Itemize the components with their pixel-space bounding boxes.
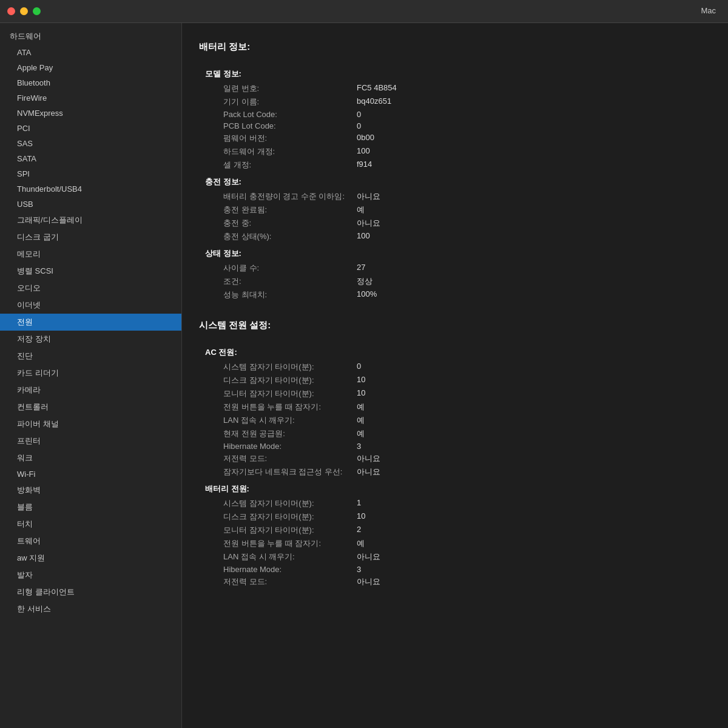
- sidebar-item[interactable]: 발자: [0, 567, 181, 584]
- info-label: 셀 개정:: [199, 160, 357, 170]
- info-value: f914: [357, 160, 711, 170]
- info-label: 성능 최대치:: [199, 289, 357, 300]
- sidebar-item[interactable]: 파이버 채널: [0, 416, 181, 433]
- table-row: LAN 접속 시 깨우기:아니요: [199, 550, 711, 564]
- sidebar-item[interactable]: 카드 리더기: [0, 365, 181, 382]
- info-value: 예: [357, 428, 711, 439]
- sidebar-item[interactable]: Wi-Fi: [0, 467, 181, 482]
- table-row: 디스크 잠자기 타이머(분):10: [199, 510, 711, 524]
- sidebar-item[interactable]: 한 서비스: [0, 601, 181, 618]
- info-value: 100: [357, 146, 711, 157]
- info-label: Hibernate Mode:: [199, 565, 357, 574]
- table-row: 기기 이름:bq40z651: [199, 95, 711, 109]
- sidebar-item[interactable]: 프린터: [0, 433, 181, 450]
- info-value: 0: [357, 110, 711, 119]
- table-row: 충전 상태(%):100: [199, 230, 711, 243]
- info-value: 3: [357, 565, 711, 574]
- sidebar-item[interactable]: Thunderbolt/USB4: [0, 181, 181, 197]
- info-label: 디스크 잠자기 타이머(분):: [199, 375, 357, 386]
- sidebar-item[interactable]: 방화벽: [0, 482, 181, 499]
- table-row: 저전력 모드:아니요: [199, 452, 711, 465]
- sidebar-item[interactable]: 디스크 굽기: [0, 229, 181, 246]
- info-value: 아니요: [357, 576, 711, 587]
- info-value: 10: [357, 511, 711, 522]
- close-button[interactable]: [7, 7, 15, 15]
- sidebar-item[interactable]: 컨트롤러: [0, 399, 181, 416]
- table-row: 시스템 잠자기 타이머(분):1: [199, 497, 711, 510]
- info-label: 저전력 모드:: [199, 453, 357, 464]
- info-label: 시스템 잠자기 타이머(분):: [199, 362, 357, 372]
- table-row: 펌웨어 버전:0b00: [199, 132, 711, 145]
- sidebar-item[interactable]: USB: [0, 197, 181, 212]
- sidebar-item[interactable]: 이더넷: [0, 297, 181, 314]
- sidebar-item[interactable]: 병렬 SCSI: [0, 263, 181, 280]
- info-label: 하드웨어 개정:: [199, 146, 357, 157]
- sidebar-item[interactable]: ATA: [0, 45, 181, 60]
- sidebar-item[interactable]: 오디오: [0, 280, 181, 297]
- info-label: PCB Lot Code:: [199, 121, 357, 130]
- sidebar-item[interactable]: SATA: [0, 151, 181, 166]
- status-info-header: 상태 정보:: [199, 248, 711, 259]
- table-row: 모니터 잠자기 타이머(분):2: [199, 524, 711, 537]
- sidebar-item[interactable]: 트웨어: [0, 533, 181, 550]
- sidebar-item[interactable]: Bluetooth: [0, 75, 181, 90]
- info-label: 기기 이름:: [199, 96, 357, 107]
- table-row: Pack Lot Code:0: [199, 109, 711, 120]
- info-label: 저전력 모드:: [199, 576, 357, 587]
- battery-power-header: 배터리 전원:: [199, 484, 711, 494]
- info-label: 조건:: [199, 276, 357, 287]
- table-row: 배터리 충전량이 경고 수준 이하임:아니요: [199, 190, 711, 203]
- battery-power-section: 배터리 전원: 시스템 잠자기 타이머(분):1디스크 잠자기 타이머(분):1…: [199, 484, 711, 588]
- info-label: 모니터 잠자기 타이머(분):: [199, 388, 357, 399]
- minimize-button[interactable]: [20, 7, 28, 15]
- table-row: Hibernate Mode:3: [199, 564, 711, 575]
- sidebar-item[interactable]: 진단: [0, 348, 181, 365]
- sidebar-item[interactable]: SPI: [0, 166, 181, 181]
- info-value: 0: [357, 362, 711, 372]
- sidebar-item[interactable]: Apple Pay: [0, 60, 181, 75]
- sidebar-item[interactable]: PCI: [0, 121, 181, 136]
- table-row: 셀 개정:f914: [199, 158, 711, 172]
- sidebar-item[interactable]: 메모리: [0, 246, 181, 263]
- info-label: 전원 버튼을 누를 때 잠자기:: [199, 538, 357, 549]
- sidebar-item[interactable]: 카메라: [0, 382, 181, 399]
- sidebar-item[interactable]: 블름: [0, 499, 181, 516]
- table-row: 일련 번호:FC5 4B854: [199, 82, 711, 95]
- info-value: 예: [357, 415, 711, 426]
- sidebar-item[interactable]: 터치: [0, 516, 181, 533]
- info-value: bq40z651: [357, 96, 711, 107]
- info-value: 아니요: [357, 467, 711, 477]
- info-label: 시스템 잠자기 타이머(분):: [199, 498, 357, 509]
- info-label: 충전 중:: [199, 218, 357, 229]
- info-value: 예: [357, 204, 711, 215]
- sidebar-item[interactable]: NVMExpress: [0, 106, 181, 121]
- maximize-button[interactable]: [33, 7, 41, 15]
- info-value: 아니요: [357, 453, 711, 464]
- table-row: 하드웨어 개정:100: [199, 145, 711, 158]
- sidebar-item[interactable]: aw 지원: [0, 550, 181, 567]
- main-layout: 하드웨어ATAApple PayBluetoothFireWireNVMExpr…: [0, 23, 728, 728]
- charge-info-header: 충전 정보:: [199, 177, 711, 187]
- info-value: 100%: [357, 289, 711, 300]
- sidebar-item[interactable]: 하드웨어: [0, 28, 181, 45]
- info-label: 현재 전원 공급원:: [199, 428, 357, 439]
- sidebar-item[interactable]: 저장 장치: [0, 331, 181, 348]
- sidebar-item[interactable]: 리형 클라이언트: [0, 584, 181, 601]
- table-row: 성능 최대치:100%: [199, 288, 711, 302]
- sidebar-item[interactable]: 전원: [0, 314, 181, 331]
- content-panel: 배터리 정보: 모델 정보: 일련 번호:FC5 4B854기기 이름:bq40…: [182, 23, 728, 728]
- info-label: 사이클 수:: [199, 263, 357, 274]
- sidebar-item[interactable]: FireWire: [0, 90, 181, 106]
- info-value: 100: [357, 231, 711, 242]
- status-info-section: 상태 정보: 사이클 수:27조건:정상성능 최대치:100%: [199, 248, 711, 302]
- info-value: 0: [357, 121, 711, 130]
- sidebar-item[interactable]: SAS: [0, 136, 181, 151]
- info-label: LAN 접속 시 깨우기:: [199, 551, 357, 562]
- info-value: 예: [357, 538, 711, 549]
- info-label: 충전 완료됨:: [199, 204, 357, 215]
- sidebar-item[interactable]: 워크: [0, 450, 181, 467]
- table-row: PCB Lot Code:0: [199, 120, 711, 132]
- sidebar-item[interactable]: 그래픽/디스플레이: [0, 212, 181, 229]
- info-label: 일련 번호:: [199, 83, 357, 94]
- title-bar: Mac: [0, 0, 728, 23]
